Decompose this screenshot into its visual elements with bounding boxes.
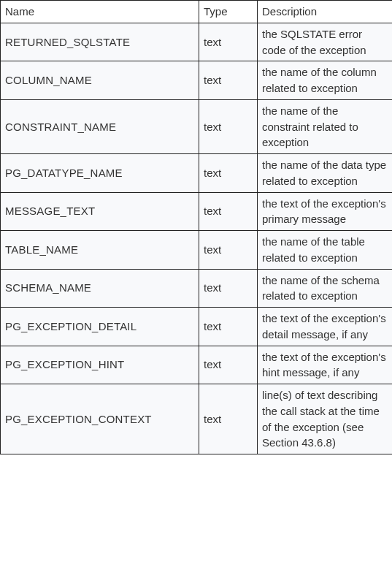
cell-name: COLUMN_NAME (1, 61, 199, 100)
cell-name: RETURNED_SQLSTATE (1, 23, 199, 61)
cell-type: text (199, 384, 258, 454)
table-row: COLUMN_NAME text the name of the column … (1, 61, 393, 100)
cell-name: SCHEMA_NAME (1, 269, 199, 308)
table-row: TABLE_NAME text the name of the table re… (1, 231, 393, 270)
cell-description: the name of the data type related to exc… (258, 154, 393, 193)
cell-type: text (199, 308, 258, 346)
diagnostics-table-wrap: Name Type Description RETURNED_SQLSTATE … (0, 0, 392, 454)
cell-type: text (199, 23, 258, 61)
cell-name: MESSAGE_TEXT (1, 192, 199, 231)
cell-name: PG_DATATYPE_NAME (1, 154, 199, 193)
column-header-description: Description (258, 1, 393, 23)
cell-type: text (199, 192, 258, 231)
table-row: PG_EXCEPTION_DETAIL text the text of the… (1, 308, 393, 346)
table-header-row: Name Type Description (1, 1, 393, 23)
cell-name: CONSTRAINT_NAME (1, 99, 199, 153)
cell-name: TABLE_NAME (1, 231, 199, 270)
cell-type: text (199, 269, 258, 308)
table-row: MESSAGE_TEXT text the text of the except… (1, 192, 393, 231)
cell-type: text (199, 231, 258, 270)
cell-type: text (199, 99, 258, 153)
cell-description: the text of the exception's hint message… (258, 346, 393, 384)
cell-type: text (199, 346, 258, 384)
cell-description: the name of the constraint related to ex… (258, 99, 393, 153)
table-row: CONSTRAINT_NAME text the name of the con… (1, 99, 393, 153)
cell-type: text (199, 61, 258, 100)
cell-description: the name of the column related to except… (258, 61, 393, 100)
table-row: PG_EXCEPTION_HINT text the text of the e… (1, 346, 393, 384)
cell-type: text (199, 154, 258, 193)
cell-name: PG_EXCEPTION_HINT (1, 346, 199, 384)
cell-description: the name of the schema related to except… (258, 269, 393, 308)
table-row: SCHEMA_NAME text the name of the schema … (1, 269, 393, 308)
cell-description: the text of the exception's detail messa… (258, 308, 393, 346)
table-row: RETURNED_SQLSTATE text the SQLSTATE erro… (1, 23, 393, 61)
table-row: PG_DATATYPE_NAME text the name of the da… (1, 154, 393, 193)
cell-name: PG_EXCEPTION_CONTEXT (1, 384, 199, 454)
cell-description: the SQLSTATE error code of the exception (258, 23, 393, 61)
cell-description: the text of the exception's primary mess… (258, 192, 393, 231)
cell-name: PG_EXCEPTION_DETAIL (1, 308, 199, 346)
cell-description: the name of the table related to excepti… (258, 231, 393, 270)
cell-description: line(s) of text describing the call stac… (258, 384, 393, 454)
table-row: PG_EXCEPTION_CONTEXT text line(s) of tex… (1, 384, 393, 454)
diagnostics-table: Name Type Description RETURNED_SQLSTATE … (0, 0, 392, 454)
column-header-name: Name (1, 1, 199, 23)
column-header-type: Type (199, 1, 258, 23)
